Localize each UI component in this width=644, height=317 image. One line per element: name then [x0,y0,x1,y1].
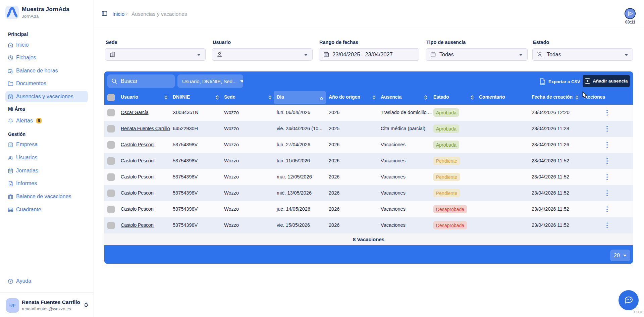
svg-text:csv: csv [541,82,544,84]
